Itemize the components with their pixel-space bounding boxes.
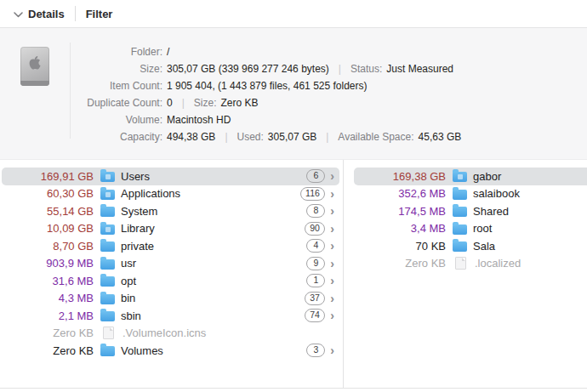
folder-icon <box>100 190 115 200</box>
chevron-right-icon[interactable]: › <box>330 240 334 252</box>
chevron-right-icon[interactable]: › <box>330 223 334 235</box>
column-users: 169,38 GBgabor352,6 MBsalaibook174,5 MBS… <box>344 160 587 388</box>
folder-icon <box>453 241 467 252</box>
chevron-right-icon[interactable]: › <box>330 188 334 200</box>
field-value: 494,38 GB <box>167 128 215 145</box>
item-size: 10,09 GB <box>9 222 94 235</box>
list-item[interactable]: 169,38 GBgabor <box>354 168 587 185</box>
item-size: 60,30 GB <box>9 187 94 200</box>
field-value: 305,07 GB <box>268 128 316 145</box>
field-label: Status: <box>350 60 382 77</box>
list-item[interactable]: 10,09 GBLibrary90› <box>2 220 339 238</box>
field-value: 45,63 GB <box>419 128 462 145</box>
field-separator: | <box>326 128 328 145</box>
item-size: 55,14 GB <box>9 205 94 218</box>
list-item[interactable]: Zero KB.localized <box>354 255 587 273</box>
list-item[interactable]: 3,4 MBroot <box>354 220 587 238</box>
item-size: 174,5 MB <box>361 205 446 218</box>
item-name: gabor <box>473 170 501 183</box>
item-name: Applications <box>121 187 180 200</box>
detail-row: Volume:Macintosh HD <box>81 111 461 128</box>
folder-icon <box>100 207 115 217</box>
folder-icon <box>453 224 467 235</box>
item-size: 352,6 MB <box>361 187 446 200</box>
toolbar-divider <box>75 6 76 21</box>
folder-icon <box>453 190 467 200</box>
field-label: Size: <box>81 60 162 77</box>
folder-icon <box>100 172 115 182</box>
detail-row: Capacity:494,38 GB|Used:305,07 GB|Availa… <box>81 128 461 145</box>
list-item[interactable]: 352,6 MBsalaibook <box>354 185 587 203</box>
chevron-right-icon[interactable]: › <box>330 293 334 304</box>
item-count-badge: 4 <box>306 239 325 253</box>
item-name: private <box>121 240 154 253</box>
item-name: Sala <box>473 240 495 253</box>
field-label: Size: <box>194 94 217 111</box>
item-name: .VolumeIcon.icns <box>123 327 206 339</box>
device-icon-area <box>0 28 70 159</box>
item-count-badge: 6 <box>306 169 325 183</box>
list-item[interactable]: 174,5 MBShared <box>354 202 587 220</box>
item-count-badge: 9 <box>306 257 325 270</box>
folder-icon <box>100 311 115 321</box>
item-size: 4,3 MB <box>9 292 94 304</box>
field-value: / <box>167 43 169 60</box>
field-label: Capacity: <box>81 128 162 145</box>
item-size: Zero KB <box>9 344 94 357</box>
item-name: salaibook <box>473 187 520 200</box>
list-item[interactable]: 31,6 MBopt1› <box>2 272 339 290</box>
list-item[interactable]: 4,3 MBbin37› <box>2 290 339 308</box>
toolbar: Details Filter <box>0 0 587 28</box>
chevron-right-icon[interactable]: › <box>330 310 334 321</box>
details-fields: Folder:/Size:305,07 GB (339 969 277 246 … <box>71 28 461 159</box>
list-item[interactable]: 55,14 GBSystem8› <box>2 202 339 220</box>
folder-icon <box>453 207 467 217</box>
chevron-right-icon[interactable]: › <box>330 275 334 287</box>
folder-icon <box>100 224 115 235</box>
list-item[interactable]: 60,30 GBApplications116› <box>2 185 339 203</box>
item-size: Zero KB <box>361 257 446 270</box>
field-label: Duplicate Count: <box>81 94 162 111</box>
macintosh-hd-drive-icon <box>20 47 49 86</box>
item-name: Volumes <box>121 344 163 357</box>
field-value: Macintosh HD <box>167 111 231 128</box>
field-value: Zero KB <box>221 94 259 111</box>
details-toggle-button[interactable]: Details <box>14 8 65 20</box>
item-size: 169,91 GB <box>9 170 94 183</box>
column-root: 169,91 GBUsers6›60,30 GBApplications116›… <box>0 160 343 388</box>
field-label: Used: <box>237 128 264 145</box>
folder-icon <box>100 294 115 304</box>
detail-row: Size:305,07 GB (339 969 277 246 bytes)|S… <box>81 60 461 77</box>
item-name: System <box>121 205 157 218</box>
folder-icon <box>100 259 115 270</box>
list-item[interactable]: 8,70 GBprivate4› <box>2 237 339 255</box>
details-label: Details <box>28 8 65 20</box>
chevron-right-icon[interactable]: › <box>330 344 334 356</box>
item-name: root <box>473 222 492 235</box>
item-name: bin <box>121 292 135 304</box>
field-value: 305,07 GB (339 969 277 246 bytes) <box>167 60 329 77</box>
item-name: .localized <box>475 257 521 270</box>
field-separator: | <box>225 128 227 145</box>
chevron-right-icon[interactable]: › <box>330 205 334 217</box>
list-item[interactable]: 169,91 GBUsers6› <box>2 168 339 185</box>
list-item[interactable]: 2,1 MBsbin74› <box>2 307 339 325</box>
field-label: Available Space: <box>338 128 413 145</box>
list-item[interactable]: 70 KBSala <box>354 237 587 255</box>
item-size: 2,1 MB <box>9 310 94 322</box>
list-item[interactable]: Zero KB.VolumeIcon.icns <box>2 325 339 343</box>
item-size: 8,70 GB <box>9 240 94 253</box>
item-count-badge: 116 <box>300 187 326 201</box>
field-value: 0 <box>167 94 173 111</box>
chevron-right-icon[interactable]: › <box>330 170 334 182</box>
filter-button[interactable]: Filter <box>86 8 113 20</box>
list-item[interactable]: Zero KBVolumes3› <box>2 342 339 360</box>
list-item[interactable]: 903,9 MBusr9› <box>2 255 339 273</box>
item-count-badge: 3 <box>306 344 325 357</box>
chevron-right-icon[interactable]: › <box>330 258 334 270</box>
item-name: Users <box>121 170 150 183</box>
field-value: Just Measured <box>386 60 453 77</box>
item-size: 169,38 GB <box>361 170 446 183</box>
item-count-badge: 37 <box>305 292 326 305</box>
folder-icon <box>100 276 115 287</box>
